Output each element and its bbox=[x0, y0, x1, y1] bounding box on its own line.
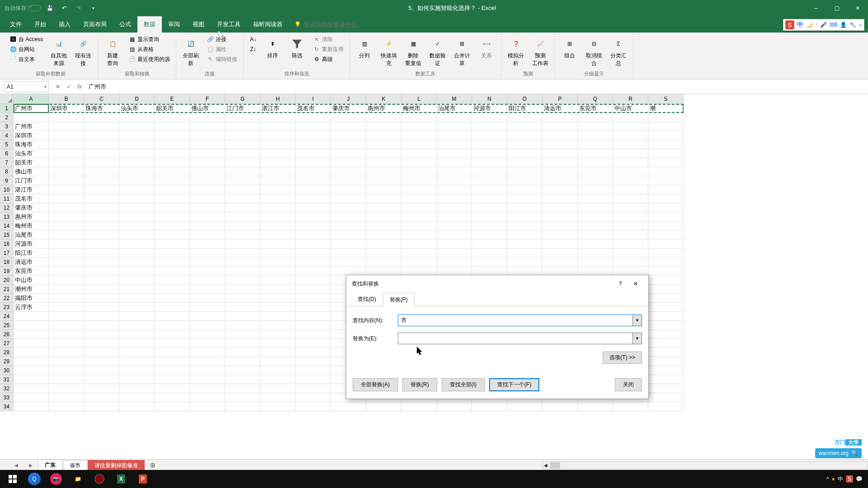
cell[interactable] bbox=[49, 384, 84, 393]
cell[interactable] bbox=[401, 230, 437, 239]
advanced-button[interactable]: ⚙高级 bbox=[310, 54, 347, 64]
cell[interactable] bbox=[260, 330, 296, 339]
cell[interactable] bbox=[49, 321, 84, 330]
cell[interactable] bbox=[542, 185, 578, 194]
cell[interactable] bbox=[366, 131, 401, 140]
chevron-down-icon[interactable]: ▼ bbox=[632, 333, 642, 344]
cell[interactable] bbox=[296, 122, 331, 131]
reapply-button[interactable]: ↻重新应用 bbox=[310, 44, 347, 54]
cell[interactable] bbox=[84, 339, 119, 348]
cell[interactable] bbox=[119, 185, 155, 194]
cell[interactable] bbox=[84, 348, 119, 357]
cell[interactable] bbox=[49, 366, 84, 375]
cell[interactable] bbox=[366, 239, 401, 249]
cell[interactable] bbox=[366, 212, 401, 221]
cell[interactable] bbox=[49, 303, 84, 312]
cell[interactable]: 茂名市 bbox=[14, 194, 49, 203]
cell[interactable]: 云浮市 bbox=[14, 303, 49, 312]
cell[interactable] bbox=[49, 122, 84, 131]
cell[interactable] bbox=[155, 348, 190, 357]
cell[interactable] bbox=[190, 239, 225, 249]
spreadsheet-grid[interactable]: ABCDEFGHIJKLMNOPQRS 12345678910111213141… bbox=[0, 94, 868, 441]
cell[interactable] bbox=[14, 393, 49, 402]
cell[interactable] bbox=[296, 185, 331, 194]
cell[interactable] bbox=[155, 330, 190, 339]
sheet-nav-next[interactable]: ► bbox=[24, 462, 38, 469]
cell[interactable] bbox=[225, 312, 260, 321]
cell[interactable] bbox=[578, 212, 613, 221]
cell[interactable] bbox=[437, 402, 472, 411]
new-query-button[interactable]: 📋新建 查询 bbox=[101, 34, 124, 70]
cell[interactable] bbox=[190, 176, 225, 185]
cell[interactable] bbox=[119, 212, 155, 221]
cell[interactable] bbox=[648, 131, 684, 140]
cell[interactable] bbox=[472, 212, 507, 221]
cell[interactable] bbox=[366, 158, 401, 167]
cell[interactable] bbox=[366, 249, 401, 258]
cell[interactable] bbox=[648, 402, 684, 411]
cell[interactable] bbox=[155, 366, 190, 375]
cell[interactable] bbox=[648, 330, 684, 339]
cell[interactable] bbox=[225, 267, 260, 276]
cell[interactable] bbox=[472, 194, 507, 203]
cell[interactable] bbox=[437, 158, 472, 167]
cell[interactable]: 阳江市 bbox=[14, 249, 49, 258]
cell[interactable] bbox=[84, 140, 119, 149]
cell[interactable] bbox=[648, 366, 684, 375]
cell[interactable] bbox=[648, 140, 684, 149]
cell[interactable] bbox=[119, 366, 155, 375]
cell[interactable]: 阳江市 bbox=[507, 104, 542, 113]
column-header[interactable]: M bbox=[437, 94, 472, 104]
cell[interactable] bbox=[401, 194, 437, 203]
cell[interactable] bbox=[542, 203, 578, 212]
tab-home[interactable]: 开始 bbox=[28, 16, 52, 33]
cell[interactable] bbox=[437, 149, 472, 158]
cell[interactable] bbox=[225, 366, 260, 375]
cell[interactable] bbox=[84, 312, 119, 321]
clear-filter-button[interactable]: ✕清除 bbox=[310, 34, 347, 44]
cell[interactable] bbox=[225, 212, 260, 221]
cell[interactable] bbox=[155, 303, 190, 312]
cell[interactable] bbox=[260, 212, 296, 221]
cell[interactable] bbox=[648, 294, 684, 303]
cell[interactable]: 江门市 bbox=[14, 176, 49, 185]
cell[interactable] bbox=[260, 303, 296, 312]
column-header[interactable]: J bbox=[331, 94, 366, 104]
ime-toolbar[interactable]: S 中 🌙⁝🎤⌨👤🔧⎋ bbox=[783, 19, 864, 31]
cell[interactable] bbox=[296, 312, 331, 321]
cell[interactable] bbox=[613, 402, 648, 411]
cell[interactable]: 佛山市 bbox=[14, 167, 49, 176]
cell[interactable]: 清远市 bbox=[542, 104, 578, 113]
column-header[interactable]: G bbox=[225, 94, 260, 104]
cell[interactable] bbox=[296, 285, 331, 294]
cell[interactable] bbox=[155, 285, 190, 294]
cell[interactable] bbox=[190, 131, 225, 140]
cell[interactable] bbox=[507, 230, 542, 239]
cell[interactable] bbox=[49, 203, 84, 212]
cell[interactable]: 广州市 bbox=[14, 122, 49, 131]
cell[interactable] bbox=[366, 258, 401, 267]
camera-icon[interactable]: 📷 bbox=[45, 470, 67, 488]
tray-dot-icon[interactable]: ● bbox=[832, 476, 835, 482]
cell[interactable] bbox=[542, 267, 578, 276]
cell[interactable] bbox=[331, 221, 366, 230]
existing-conn-button[interactable]: 🔗现有连接 bbox=[71, 34, 95, 70]
cell[interactable] bbox=[331, 149, 366, 158]
cell[interactable] bbox=[296, 375, 331, 384]
cell[interactable] bbox=[14, 330, 49, 339]
cell[interactable] bbox=[155, 140, 190, 149]
cell[interactable] bbox=[225, 176, 260, 185]
start-button[interactable] bbox=[2, 470, 24, 488]
cell[interactable] bbox=[119, 285, 155, 294]
cell[interactable] bbox=[119, 239, 155, 249]
cell[interactable] bbox=[225, 249, 260, 258]
cell[interactable] bbox=[84, 131, 119, 140]
cell[interactable] bbox=[84, 357, 119, 366]
cell[interactable] bbox=[613, 140, 648, 149]
cell[interactable] bbox=[49, 249, 84, 258]
cell[interactable] bbox=[296, 348, 331, 357]
cell[interactable] bbox=[578, 230, 613, 239]
cell[interactable] bbox=[507, 131, 542, 140]
cell[interactable] bbox=[366, 122, 401, 131]
cell[interactable] bbox=[401, 203, 437, 212]
